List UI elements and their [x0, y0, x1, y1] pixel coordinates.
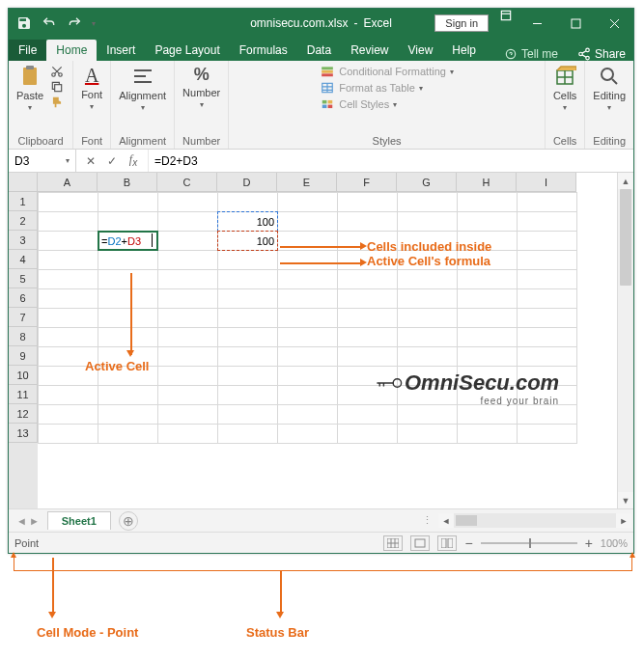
scroll-up-button[interactable]: ▲ [618, 173, 633, 189]
cell-d3[interactable]: 100 [218, 232, 278, 251]
format-painter-icon[interactable] [49, 96, 65, 109]
tab-home[interactable]: Home [46, 40, 97, 61]
tab-file[interactable]: File [9, 40, 46, 61]
col-header-a[interactable]: A [38, 173, 98, 191]
maximize-button[interactable] [556, 9, 595, 38]
minimize-button[interactable] [518, 9, 556, 38]
svg-point-20 [602, 69, 613, 80]
editing-button[interactable]: Editing ▾ [593, 65, 626, 112]
tab-view[interactable]: View [399, 40, 443, 61]
redo-icon[interactable] [67, 15, 82, 31]
row-header[interactable]: 7 [9, 308, 38, 327]
svg-rect-24 [441, 538, 446, 548]
row-header[interactable]: 1 [9, 192, 38, 211]
row-header[interactable]: 12 [9, 404, 38, 424]
name-box[interactable]: D3 ▾ [9, 150, 76, 172]
col-header-d[interactable]: D [217, 173, 277, 191]
zoom-out-button[interactable]: − [464, 535, 472, 551]
share-icon[interactable] [577, 47, 591, 61]
row-header[interactable]: 4 [9, 250, 38, 269]
key-icon [376, 376, 403, 390]
row-header[interactable]: 6 [9, 288, 38, 308]
col-header-f[interactable]: F [337, 173, 397, 191]
row-header[interactable]: 13 [9, 424, 38, 443]
cell-d2[interactable]: 100 [218, 212, 278, 232]
col-header-h[interactable]: H [457, 173, 517, 191]
cells-button[interactable]: Cells ▾ [553, 65, 576, 112]
col-header-b[interactable]: B [98, 173, 157, 191]
conditional-formatting-button[interactable]: Conditional Formatting ▾ [320, 65, 454, 78]
row-header[interactable]: 9 [9, 346, 38, 366]
number-button[interactable]: % Number ▾ [182, 65, 220, 109]
font-icon: A [85, 65, 98, 87]
svg-rect-7 [26, 66, 34, 69]
enter-formula-button[interactable]: ✓ [105, 154, 119, 168]
undo-icon[interactable] [42, 15, 57, 31]
tell-me-label[interactable]: Tell me [521, 47, 558, 61]
annotation-arrow [280, 571, 282, 616]
row-header[interactable]: 10 [9, 366, 38, 385]
group-styles: Conditional Formatting ▾ Format as Table… [229, 61, 546, 149]
tab-formulas[interactable]: Formulas [230, 40, 297, 61]
scroll-right-button[interactable]: ► [616, 513, 631, 528]
cell-styles-button[interactable]: Cell Styles ▾ [320, 97, 454, 111]
new-sheet-button[interactable]: ⊕ [119, 511, 138, 531]
group-font: A Font ▾ Font [73, 61, 111, 149]
scroll-left-button[interactable]: ◄ [438, 513, 454, 528]
cancel-formula-button[interactable]: ✕ [84, 154, 98, 168]
save-icon[interactable] [16, 15, 32, 31]
tab-data[interactable]: Data [297, 40, 341, 61]
ribbon-options-icon[interactable] [499, 9, 513, 22]
row-header[interactable]: 8 [9, 327, 38, 346]
zoom-slider[interactable] [481, 542, 577, 544]
hscroll-thumb[interactable] [456, 515, 477, 526]
paste-icon [18, 65, 42, 88]
tab-page-layout[interactable]: Page Layout [145, 40, 229, 61]
sign-in-button[interactable]: Sign in [434, 14, 489, 32]
scroll-down-button[interactable]: ▼ [618, 492, 633, 508]
row-header[interactable]: 2 [9, 211, 38, 231]
vscroll-thumb[interactable] [620, 189, 631, 286]
row-header[interactable]: 11 [9, 385, 38, 404]
page-layout-view-button[interactable] [410, 535, 430, 551]
copy-icon[interactable] [49, 80, 65, 94]
row-header[interactable]: 3 [9, 231, 38, 250]
col-header-c[interactable]: C [157, 173, 217, 191]
tab-insert[interactable]: Insert [97, 40, 145, 61]
annotation-arrow [130, 273, 132, 355]
tab-review[interactable]: Review [341, 40, 398, 61]
qat-customize-icon[interactable]: ▾ [92, 19, 96, 28]
close-button[interactable] [595, 9, 633, 38]
page-break-view-button[interactable] [437, 535, 457, 551]
formula-input[interactable]: =D2+D3 [149, 154, 633, 168]
group-number: % Number ▾ Number [175, 61, 229, 149]
name-box-dropdown-icon[interactable]: ▾ [66, 156, 70, 165]
insert-function-button[interactable]: fx [126, 152, 140, 168]
annotation-arrow [280, 262, 362, 264]
format-as-table-button[interactable]: Format as Table ▾ [320, 81, 454, 95]
share-label[interactable]: Share [595, 47, 626, 61]
col-header-e[interactable]: E [277, 173, 337, 191]
tell-me-icon[interactable] [504, 47, 518, 61]
col-header-i[interactable]: I [517, 173, 576, 191]
alignment-button[interactable]: Alignment ▾ [119, 65, 166, 112]
formula-bar: D3 ▾ ✕ ✓ fx =D2+D3 [9, 150, 633, 173]
font-button[interactable]: A Font ▾ [81, 65, 102, 111]
sheet-nav-next[interactable]: ► [29, 515, 40, 527]
cell-b3[interactable]: =D2+D3 [98, 232, 158, 251]
vertical-scrollbar[interactable]: ▲ ▼ [617, 173, 633, 508]
cut-icon[interactable] [49, 65, 65, 78]
horizontal-scrollbar[interactable]: ⋮ ◄ ► [138, 513, 633, 528]
zoom-level[interactable]: 100% [601, 537, 628, 549]
cells-icon [553, 65, 576, 88]
row-header[interactable]: 5 [9, 269, 38, 288]
sheet-tab-sheet1[interactable]: Sheet1 [47, 511, 111, 530]
normal-view-button[interactable] [383, 535, 403, 551]
col-header-g[interactable]: G [397, 173, 457, 191]
sheet-nav-prev[interactable]: ◄ [16, 515, 27, 527]
tab-help[interactable]: Help [442, 40, 486, 61]
grid-body[interactable]: 100 =D2+D3100 [38, 192, 577, 508]
select-all-corner[interactable] [9, 173, 38, 192]
paste-button[interactable]: Paste ▾ [16, 65, 43, 112]
zoom-in-button[interactable]: + [585, 535, 593, 551]
